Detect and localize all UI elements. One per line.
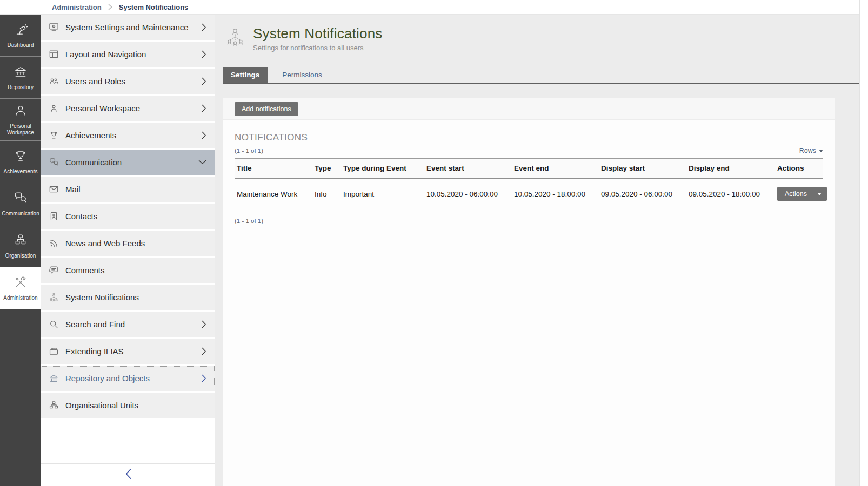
sidebar-item-communication[interactable]: Communication bbox=[41, 150, 215, 175]
main-nav-rail: Dashboard Repository Personal Workspace bbox=[0, 15, 41, 486]
sidebar-item-search-find[interactable]: Search and Find bbox=[41, 312, 215, 337]
sidebar-item-label: Repository and Objects bbox=[65, 374, 150, 383]
chevron-right-icon bbox=[202, 23, 206, 31]
rail-item-organisation[interactable]: Organisation bbox=[0, 225, 41, 267]
notifications-table-section: NOTIFICATIONS (1 - 1 of 1) Rows bbox=[223, 132, 835, 224]
tab-bar: Settings Permissions bbox=[223, 69, 859, 84]
col-actions: Actions bbox=[775, 159, 823, 179]
sidebar-item-system-notifications[interactable]: System Notifications bbox=[41, 285, 215, 310]
sidebar-item-label: Comments bbox=[65, 266, 105, 275]
sidebar-item-label: Achievements bbox=[65, 131, 116, 140]
rail-label: Administration bbox=[2, 295, 38, 301]
sidebar-item-label: System Settings and Maintenance bbox=[65, 23, 189, 32]
person-icon bbox=[14, 104, 28, 120]
cell-type-during-event: Important bbox=[341, 178, 424, 209]
rail-item-achievements[interactable]: Achievements bbox=[0, 141, 41, 183]
trophy-icon bbox=[14, 149, 28, 165]
dashboard-icon bbox=[14, 23, 28, 39]
breadcrumb-administration[interactable]: Administration bbox=[52, 3, 102, 11]
rail-label: Organisation bbox=[4, 253, 37, 259]
tab-settings[interactable]: Settings bbox=[223, 67, 268, 83]
sidebar-item-organisational-units[interactable]: Organisational Units bbox=[41, 393, 215, 418]
sidebar-item-news-web-feeds[interactable]: News and Web Feeds bbox=[41, 231, 215, 256]
contact-card-icon bbox=[48, 211, 59, 221]
cell-event-end: 10.05.2020 - 18:00:00 bbox=[512, 178, 599, 209]
chevron-right-icon bbox=[202, 374, 206, 382]
sidebar-item-personal-workspace[interactable]: Personal Workspace bbox=[41, 96, 215, 121]
sidebar-item-label: Search and Find bbox=[65, 320, 125, 329]
result-range-bottom: (1 - 1 of 1) bbox=[235, 218, 823, 224]
sidebar-item-mail[interactable]: Mail bbox=[41, 177, 215, 202]
sidebar-item-label: Contacts bbox=[65, 212, 97, 221]
sidebar-item-label: Mail bbox=[65, 185, 81, 194]
chevron-down-icon bbox=[198, 160, 206, 165]
row-actions-button[interactable]: Actions bbox=[777, 187, 827, 201]
rows-dropdown[interactable]: Rows bbox=[799, 147, 823, 154]
sidebar-item-label: Layout and Navigation bbox=[65, 50, 146, 59]
sidebar-item-comments[interactable]: Comments bbox=[41, 258, 215, 283]
page-header: System Notifications Settings for notifi… bbox=[224, 25, 383, 52]
tools-icon bbox=[14, 275, 28, 292]
rail-item-communication[interactable]: Communication bbox=[0, 183, 41, 225]
plugin-brick-icon bbox=[48, 346, 59, 356]
rows-dropdown-label: Rows bbox=[799, 147, 816, 154]
rail-item-personal-workspace[interactable]: Personal Workspace bbox=[0, 99, 41, 141]
sidebar-item-label: Organisational Units bbox=[65, 401, 138, 410]
cell-display-start: 09.05.2020 - 06:00:00 bbox=[599, 178, 686, 209]
rss-icon bbox=[48, 238, 59, 248]
table-title: NOTIFICATIONS bbox=[235, 132, 823, 143]
rail-label: Communication bbox=[1, 211, 40, 217]
rail-item-repository[interactable]: Repository bbox=[0, 57, 41, 99]
rail-label: Personal Workspace bbox=[0, 123, 41, 136]
sidebar-item-achievements[interactable]: Achievements bbox=[41, 123, 215, 148]
mail-icon bbox=[48, 184, 59, 194]
sidebar-item-label: Personal Workspace bbox=[65, 104, 140, 113]
chevron-left-icon bbox=[125, 468, 132, 482]
sidebar-item-contacts[interactable]: Contacts bbox=[41, 204, 215, 229]
chevron-right-icon bbox=[202, 131, 206, 139]
sidebar-item-layout-navigation[interactable]: Layout and Navigation bbox=[41, 42, 215, 67]
col-event-start: Event start bbox=[424, 159, 512, 179]
col-display-start: Display start bbox=[599, 159, 686, 179]
sidebar-item-label: Extending ILIAS bbox=[65, 347, 124, 356]
speech-bubbles-icon bbox=[48, 157, 59, 167]
page-subtitle: Settings for notifications to all users bbox=[253, 44, 383, 52]
caret-down-icon bbox=[819, 150, 823, 152]
comment-icon bbox=[48, 265, 59, 275]
breadcrumb: Administration System Notifications bbox=[0, 0, 868, 15]
tab-permissions[interactable]: Permissions bbox=[274, 67, 330, 83]
vertical-scrollbar[interactable] bbox=[859, 0, 868, 486]
sidebar-item-label: System Notifications bbox=[65, 293, 139, 302]
caret-down-icon bbox=[817, 193, 822, 195]
sidebar-item-label: Communication bbox=[65, 158, 122, 167]
add-notifications-button[interactable]: Add notifications bbox=[235, 102, 298, 116]
cell-title: Maintenance Work bbox=[235, 178, 312, 209]
cell-type: Info bbox=[312, 178, 341, 209]
rail-item-administration[interactable]: Administration bbox=[0, 267, 41, 309]
col-display-end: Display end bbox=[686, 159, 775, 179]
sidebar-item-label: Users and Roles bbox=[65, 77, 125, 86]
chevron-right-icon bbox=[202, 50, 206, 58]
col-title: Title bbox=[235, 159, 312, 179]
sidebar-collapse-button[interactable] bbox=[41, 463, 215, 486]
sidebar-item-repository-objects[interactable]: Repository and Objects bbox=[41, 366, 215, 391]
col-type: Type bbox=[312, 159, 341, 179]
cell-event-start: 10.05.2020 - 06:00:00 bbox=[424, 178, 512, 209]
org-chart-icon bbox=[14, 233, 28, 249]
col-type-during-event: Type during Event bbox=[341, 159, 424, 179]
cell-display-end: 09.05.2020 - 18:00:00 bbox=[686, 178, 775, 209]
content-card: Add notifications NOTIFICATIONS (1 - 1 o… bbox=[223, 98, 835, 486]
rail-item-dashboard[interactable]: Dashboard bbox=[0, 15, 41, 57]
sidebar-item-extending-ilias[interactable]: Extending ILIAS bbox=[41, 339, 215, 364]
monitor-gear-icon bbox=[48, 22, 59, 32]
cell-actions: Actions bbox=[775, 178, 823, 209]
chevron-right-icon bbox=[202, 347, 206, 355]
rail-label: Achievements bbox=[3, 168, 39, 175]
sidebar-item-system-settings[interactable]: System Settings and Maintenance bbox=[41, 15, 215, 40]
sidebar-item-users-roles[interactable]: Users and Roles bbox=[41, 69, 215, 94]
chevron-right-icon bbox=[202, 320, 206, 328]
breadcrumb-system-notifications[interactable]: System Notifications bbox=[119, 3, 189, 11]
table-meta-row: (1 - 1 of 1) Rows bbox=[235, 147, 823, 154]
layout-icon bbox=[48, 49, 59, 59]
page-title-block: System Notifications Settings for notifi… bbox=[253, 25, 383, 52]
